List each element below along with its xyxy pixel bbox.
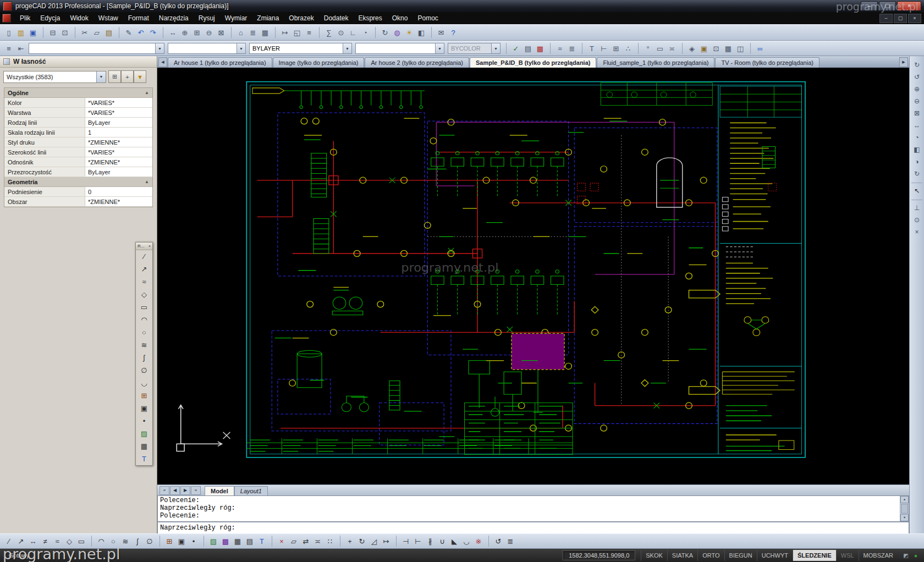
layers-explorer-icon[interactable]: ≡: [3, 43, 15, 54]
menu-item[interactable]: Pomoc: [413, 13, 443, 24]
visual-styles-icon[interactable]: ◧: [911, 144, 922, 155]
insert-block-icon[interactable]: ⊞: [160, 536, 175, 547]
color-combo[interactable]: ▼: [168, 43, 246, 54]
layout-tab[interactable]: Model: [205, 486, 234, 495]
make-block-icon[interactable]: ▣: [136, 402, 152, 415]
property-value[interactable]: *ZMIENNE*: [85, 157, 152, 167]
property-row[interactable]: Podniesienie 0: [4, 187, 152, 197]
property-row[interactable]: Warstwa *VARIES*: [4, 108, 152, 118]
plotstyle-combo[interactable]: BYCOLOR ▼: [448, 43, 501, 54]
copy-icon[interactable]: ▱: [91, 27, 103, 38]
status-toggle[interactable]: MOBSZAR: [859, 550, 898, 561]
redraw-icon[interactable]: ↻: [911, 59, 922, 70]
xref-icon[interactable]: ⊡: [710, 43, 722, 54]
redo-icon[interactable]: ↷: [147, 27, 159, 38]
stretch-icon[interactable]: ↦: [380, 536, 392, 547]
help-icon[interactable]: ?: [447, 27, 459, 38]
document-tab[interactable]: Fluid_sample_1 (tylko do przeglądania): [597, 57, 714, 68]
property-row[interactable]: Obszar *ZMIENNE*: [4, 197, 152, 207]
new-file-icon[interactable]: ▯: [3, 27, 15, 38]
zoom-window-icon[interactable]: ⊞: [191, 27, 203, 38]
properties-palette-icon[interactable]: ≣: [247, 27, 259, 38]
property-row[interactable]: Odnośnik *ZMIENNE*: [4, 157, 152, 167]
child-restore-button[interactable]: ▢: [894, 14, 907, 23]
property-row[interactable]: Rodzaj linii ByLayer: [4, 118, 152, 128]
menu-item[interactable]: Format: [123, 13, 154, 24]
section-header-geometry[interactable]: Geometria ▲: [4, 177, 152, 187]
zoom-in-icon[interactable]: ⊕: [911, 84, 922, 95]
hatch-icon[interactable]: ▨: [136, 427, 152, 440]
property-value[interactable]: 0: [85, 187, 152, 196]
line-icon[interactable]: ∕: [136, 250, 152, 263]
spline-icon[interactable]: ∫: [136, 351, 152, 364]
point-style-icon[interactable]: ∴: [622, 43, 634, 54]
chevron-down-icon[interactable]: ▼: [343, 43, 351, 53]
mirror-icon[interactable]: ⇄: [300, 536, 312, 547]
revision-cloud-icon[interactable]: ≋: [136, 339, 152, 351]
menu-item[interactable]: Obrazek: [284, 13, 318, 24]
zoom-realtime-icon[interactable]: ⊕: [179, 27, 191, 38]
color-picker-icon[interactable]: ▩: [534, 43, 546, 54]
copy-object-icon[interactable]: ▱: [288, 536, 300, 547]
chevron-down-icon[interactable]: ▼: [435, 43, 444, 53]
explorer-icon[interactable]: ⌂: [231, 27, 247, 38]
linetype-manager-icon[interactable]: ≈: [550, 43, 566, 54]
table-style-icon[interactable]: ⊞: [610, 43, 622, 54]
menu-item[interactable]: Narzędzia: [154, 13, 194, 24]
polyline-icon[interactable]: ≈: [51, 536, 63, 547]
named-views-icon[interactable]: ◔: [359, 27, 371, 38]
named-views-icon[interactable]: ◔: [911, 132, 922, 143]
text-icon[interactable]: T: [136, 453, 152, 465]
layout-tab[interactable]: Layout1: [234, 486, 268, 495]
osnap-settings-icon[interactable]: ⊙: [335, 27, 347, 38]
close-icon[interactable]: ×: [148, 244, 151, 248]
linetype-combo[interactable]: BYLAYER ▼: [249, 43, 352, 54]
status-toggle[interactable]: SIATKA: [667, 550, 697, 561]
property-row[interactable]: Skala rodzaju linii 1: [4, 128, 152, 137]
scroll-down-icon[interactable]: ▼: [900, 514, 909, 521]
layout-nav-button[interactable]: ▶: [180, 486, 190, 495]
fillet-icon[interactable]: ◡: [460, 536, 472, 547]
property-value[interactable]: *ZMIENNE*: [85, 137, 152, 147]
menu-item[interactable]: Dodatek: [319, 13, 354, 24]
ucs-icon[interactable]: ∟: [347, 27, 359, 38]
zoom-out-icon[interactable]: ⊖: [911, 96, 922, 107]
child-close-button[interactable]: ×: [908, 14, 921, 23]
layer-states-icon[interactable]: ▤: [522, 43, 534, 54]
property-row[interactable]: Szerokość linii *VARIES*: [4, 147, 152, 157]
property-value[interactable]: ByLayer: [85, 118, 152, 127]
list-icon[interactable]: ≡: [303, 27, 315, 38]
table-icon[interactable]: ▤: [244, 536, 256, 547]
group-icon[interactable]: ◈: [682, 43, 698, 54]
distance-icon[interactable]: ↦: [275, 27, 291, 38]
menu-item[interactable]: Ekspres: [353, 13, 387, 24]
shade-icon[interactable]: ◑: [911, 156, 922, 167]
lineweight-combo[interactable]: ▼: [355, 43, 444, 54]
offset-icon[interactable]: ≍: [312, 536, 324, 547]
ray-icon[interactable]: ↗: [15, 536, 27, 547]
property-value[interactable]: *VARIES*: [85, 147, 152, 157]
command-input[interactable]: Naprzeciwległy róg:: [157, 522, 909, 533]
document-tab[interactable]: Image (tylko do przeglądania): [273, 57, 365, 68]
spline-icon[interactable]: ∫: [131, 536, 144, 547]
menu-item[interactable]: Edycja: [35, 13, 65, 24]
block-editor-icon[interactable]: ▣: [698, 43, 710, 54]
menu-item[interactable]: Wstaw: [94, 13, 123, 24]
tabs-scroll-right[interactable]: ▶: [899, 57, 908, 67]
multiline-icon[interactable]: ≠: [39, 536, 51, 547]
snap-perpendicular-icon[interactable]: ⊥: [911, 200, 922, 213]
select-objects-button[interactable]: ⊞: [108, 70, 121, 83]
drawing-canvas[interactable]: programy.net.pl: [157, 68, 909, 484]
property-row[interactable]: Styl druku *ZMIENNE*: [4, 137, 152, 147]
status-toggle[interactable]: SKOK: [641, 550, 667, 561]
quick-select-button[interactable]: ▼: [134, 70, 146, 83]
rectangle-icon[interactable]: ▭: [136, 301, 152, 313]
regen-icon[interactable]: ↺: [911, 71, 922, 82]
property-value[interactable]: *VARIES*: [85, 98, 152, 107]
mtext-icon[interactable]: T: [256, 536, 268, 547]
selection-filter-dropdown[interactable]: Wszystkie (3583) ▼: [3, 71, 106, 83]
break-icon[interactable]: ∦: [424, 536, 436, 547]
layer-combo[interactable]: ▼: [29, 43, 164, 54]
explode-icon[interactable]: ※: [472, 536, 485, 547]
menu-item[interactable]: Plik: [15, 13, 35, 24]
